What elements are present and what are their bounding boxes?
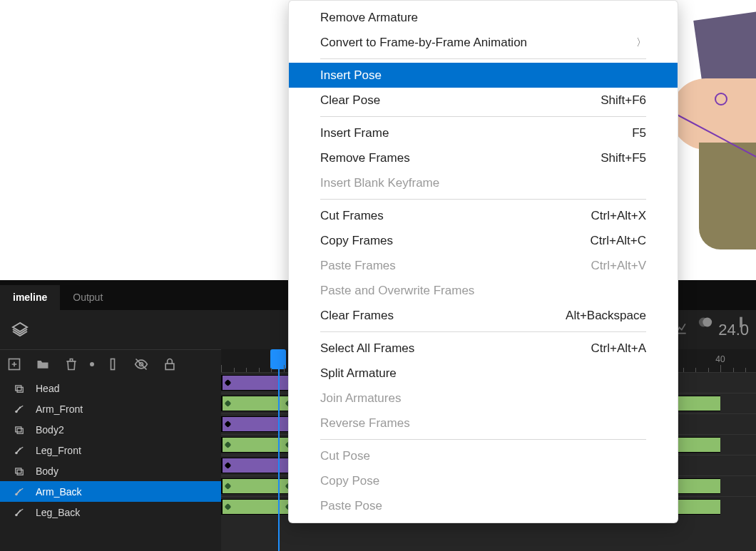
delete-icon[interactable]	[64, 357, 78, 371]
menu-item[interactable]: Split Armature	[289, 361, 678, 386]
menu-item[interactable]: Convert to Frame-by-Frame Animation〉	[289, 30, 678, 55]
svg-rect-15	[16, 468, 21, 473]
svg-rect-11	[16, 426, 21, 431]
menu-separator	[320, 331, 646, 332]
layers-icon[interactable]	[11, 321, 29, 339]
svg-rect-7	[16, 385, 21, 390]
chevron-right-icon: 〉	[636, 36, 646, 49]
menu-item: Join Armatures	[289, 386, 678, 411]
marker-icon[interactable]	[733, 314, 749, 333]
folder-icon[interactable]	[36, 357, 50, 371]
menu-item[interactable]: Clear FramesAlt+Backspace	[289, 303, 678, 328]
skin-shape	[670, 78, 756, 150]
menu-label: Cut Frames	[320, 209, 384, 223]
ruler-label: 40	[715, 354, 725, 364]
svg-rect-8	[17, 387, 23, 392]
svg-rect-16	[17, 470, 23, 475]
separator-dot	[90, 362, 94, 366]
menu-item: Reverse Frames	[289, 411, 678, 436]
svg-rect-12	[17, 428, 23, 433]
playhead-line[interactable]	[278, 349, 280, 551]
menu-label: Paste Frames	[320, 259, 396, 273]
menu-shortcut: Ctrl+Alt+A	[591, 341, 646, 356]
svg-rect-6	[165, 364, 174, 369]
menu-separator	[320, 439, 646, 440]
menu-label: Clear Pose	[320, 93, 380, 108]
menu-item: Cut Pose	[289, 443, 678, 468]
new-layer-icon[interactable]	[7, 357, 21, 371]
menu-label: Paste and Overwrite Frames	[320, 284, 474, 298]
armature-icon	[11, 403, 27, 415]
menu-item: Paste and Overwrite Frames	[289, 278, 678, 303]
menu-label: Insert Blank Keyframe	[320, 176, 439, 190]
armature-icon	[11, 507, 27, 518]
symbol-icon	[11, 424, 27, 436]
menu-separator	[320, 58, 646, 59]
menu-label: Clear Frames	[320, 309, 394, 323]
menu-item[interactable]: Remove FramesShift+F5	[289, 145, 678, 170]
menu-item: Insert Blank Keyframe	[289, 170, 678, 195]
olive-shape	[699, 143, 756, 249]
top-right-icons	[698, 314, 749, 333]
menu-label: Copy Frames	[320, 234, 393, 248]
menu-item: Paste Pose	[289, 493, 678, 518]
menu-shortcut: F5	[632, 126, 646, 140]
svg-point-22	[703, 318, 712, 327]
menu-shortcut: Ctrl+Alt+C	[591, 234, 646, 248]
menu-label: Cut Pose	[320, 449, 370, 463]
svg-rect-4	[111, 359, 115, 369]
tab-timeline[interactable]: imeline	[0, 285, 60, 310]
menu-separator	[320, 116, 646, 117]
symbol-icon	[11, 383, 27, 394]
menu-item[interactable]: Clear PoseShift+F6	[289, 88, 678, 113]
menu-label: Remove Armature	[320, 11, 418, 25]
menu-item: Paste FramesCtrl+Alt+V	[289, 253, 678, 278]
highlight-icon[interactable]	[106, 357, 120, 371]
menu-label: Join Armatures	[320, 391, 401, 406]
armature-icon	[11, 486, 27, 498]
menu-label: Remove Frames	[320, 151, 410, 165]
visibility-icon[interactable]	[134, 357, 148, 371]
menu-item[interactable]: Remove Armature	[289, 5, 678, 30]
svg-rect-23	[740, 317, 742, 328]
menu-item[interactable]: Insert FrameF5	[289, 120, 678, 145]
lock-icon[interactable]	[163, 357, 177, 371]
symbol-icon	[11, 465, 27, 477]
menu-label: Copy Pose	[320, 474, 379, 488]
onion-skin-icon[interactable]	[698, 314, 713, 333]
menu-shortcut: Shift+F5	[601, 151, 646, 165]
menu-label: Select All Frames	[320, 341, 414, 356]
menu-label: Reverse Frames	[320, 416, 410, 431]
menu-label: Insert Pose	[320, 68, 382, 83]
context-menu: Remove ArmatureConvert to Frame-by-Frame…	[288, 0, 678, 523]
menu-shortcut: Alt+Backspace	[566, 309, 646, 323]
menu-label: Convert to Frame-by-Frame Animation	[320, 36, 527, 50]
menu-shortcut: Ctrl+Alt+X	[591, 209, 646, 223]
menu-separator	[320, 199, 646, 200]
menu-item[interactable]: Cut FramesCtrl+Alt+X	[289, 203, 678, 228]
menu-item[interactable]: Select All FramesCtrl+Alt+A	[289, 336, 678, 361]
bone-joint[interactable]	[715, 93, 727, 105]
menu-label: Split Armature	[320, 366, 397, 381]
armature-icon	[11, 445, 27, 456]
menu-item[interactable]: Insert Pose	[289, 63, 678, 88]
menu-label: Insert Frame	[320, 126, 389, 140]
menu-item: Copy Pose	[289, 468, 678, 493]
menu-shortcut: Shift+F6	[601, 93, 646, 108]
menu-label: Paste Pose	[320, 499, 382, 513]
menu-shortcut: Ctrl+Alt+V	[591, 259, 646, 273]
tab-output[interactable]: Output	[60, 285, 116, 310]
menu-item[interactable]: Copy FramesCtrl+Alt+C	[289, 228, 678, 253]
